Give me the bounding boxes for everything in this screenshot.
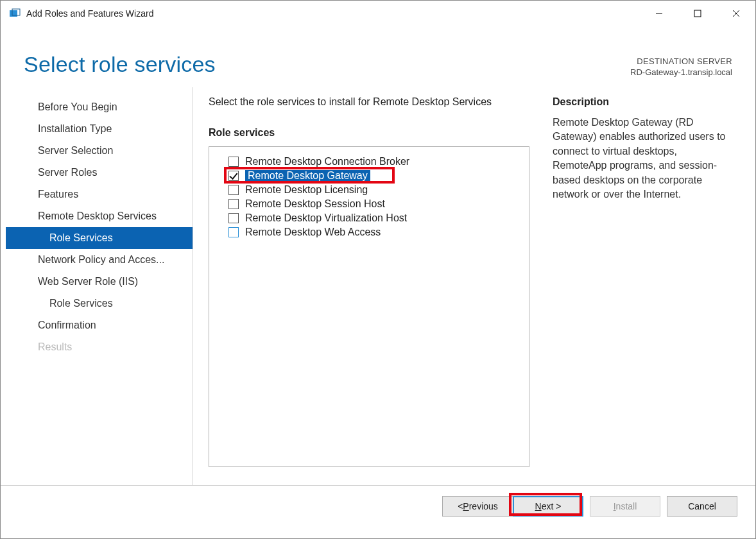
role-service-row[interactable]: Remote Desktop Web Access: [228, 227, 519, 238]
wizard-step-4[interactable]: Features: [6, 184, 193, 205]
role-service-label: Remote Desktop Gateway: [245, 170, 370, 182]
minimize-button[interactable]: [640, 1, 678, 26]
previous-accesskey: P: [463, 501, 468, 511]
wizard-footer: < Previous Next > Install Cancel: [1, 485, 755, 526]
main-area: Before You BeginInstallation TypeServer …: [1, 87, 755, 485]
role-service-label: Remote Desktop Web Access: [245, 227, 381, 238]
wizard-step-5[interactable]: Remote Desktop Services: [6, 205, 193, 227]
wizard-step-6[interactable]: Role Services: [6, 227, 193, 249]
role-service-row[interactable]: Remote Desktop Session Host: [228, 198, 519, 210]
titlebar: Add Roles and Features Wizard: [1, 1, 755, 26]
svg-rect-3: [694, 10, 701, 17]
checkbox[interactable]: [228, 213, 239, 223]
description-label: Description: [553, 96, 732, 108]
checkbox[interactable]: [228, 185, 239, 195]
checkbox[interactable]: [228, 157, 239, 167]
previous-button-text: revious: [469, 501, 498, 511]
maximize-button[interactable]: [678, 1, 717, 26]
wizard-step-8[interactable]: Web Server Role (IIS): [6, 271, 193, 293]
wizard-steps-sidebar: Before You BeginInstallation TypeServer …: [6, 87, 193, 485]
install-button-text: nstall: [616, 501, 637, 511]
role-services-label: Role services: [209, 127, 529, 139]
install-button: Install: [590, 496, 660, 517]
instruction-text: Select the role services to install for …: [209, 96, 529, 108]
role-services-listbox[interactable]: Remote Desktop Connection BrokerRemote D…: [209, 146, 529, 467]
destination-server-block: DESTINATION SERVER RD-Gateway-1.transip.…: [630, 56, 732, 77]
nav-button-pair: < Previous Next >: [442, 496, 583, 517]
wizard-step-11: Results: [6, 336, 193, 358]
role-service-label: Remote Desktop Virtualization Host: [245, 212, 407, 224]
wizard-step-10[interactable]: Confirmation: [6, 314, 193, 336]
wizard-step-1[interactable]: Installation Type: [6, 118, 193, 140]
window-title: Add Roles and Features Wizard: [26, 8, 640, 19]
role-services-column: Select the role services to install for …: [209, 96, 529, 485]
close-button[interactable]: [717, 1, 755, 26]
checkbox[interactable]: [228, 171, 239, 181]
checkbox[interactable]: [228, 199, 239, 209]
next-accesskey: N: [535, 501, 542, 511]
wizard-step-7[interactable]: Network Policy and Acces...: [6, 249, 193, 271]
role-service-row[interactable]: Remote Desktop Connection Broker: [228, 156, 519, 167]
cancel-button[interactable]: Cancel: [667, 496, 737, 517]
page-header: Select role services DESTINATION SERVER …: [1, 26, 755, 87]
wizard-step-2[interactable]: Server Selection: [6, 140, 193, 162]
role-service-row[interactable]: Remote Desktop Gateway: [228, 170, 519, 182]
destination-server-value: RD-Gateway-1.transip.local: [630, 67, 732, 77]
role-service-row[interactable]: Remote Desktop Licensing: [228, 184, 519, 196]
page-title: Select role services: [24, 52, 216, 77]
description-text: Remote Desktop Gateway (RD Gateway) enab…: [553, 116, 732, 201]
description-column: Description Remote Desktop Gateway (RD G…: [529, 96, 740, 485]
app-icon: [8, 7, 21, 20]
next-button[interactable]: Next >: [513, 496, 583, 517]
wizard-step-3[interactable]: Server Roles: [6, 162, 193, 184]
role-service-row[interactable]: Remote Desktop Virtualization Host: [228, 212, 519, 224]
window-controls: [640, 1, 755, 26]
role-service-label: Remote Desktop Session Host: [245, 198, 385, 210]
wizard-step-0[interactable]: Before You Begin: [6, 96, 193, 118]
role-service-label: Remote Desktop Licensing: [245, 184, 368, 196]
destination-server-label: DESTINATION SERVER: [630, 56, 732, 66]
role-service-label: Remote Desktop Connection Broker: [245, 156, 409, 167]
content-area: Select the role services to install for …: [193, 87, 755, 485]
checkbox[interactable]: [228, 227, 239, 237]
next-button-text: ext >: [542, 501, 562, 511]
wizard-step-9[interactable]: Role Services: [6, 293, 193, 314]
previous-button[interactable]: < Previous: [442, 496, 513, 517]
